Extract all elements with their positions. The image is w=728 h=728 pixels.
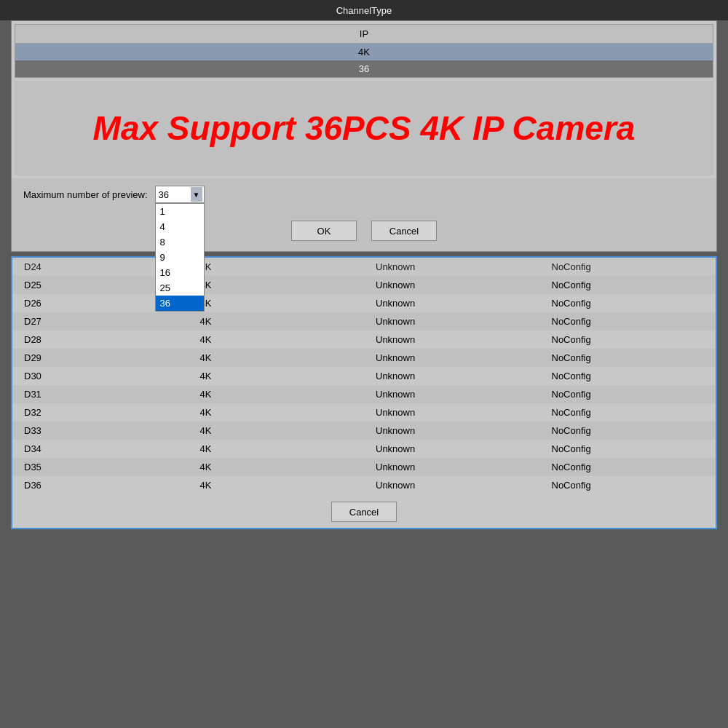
bottom-table: D24 4K Unknown NoConfig D25 4K Unknown N… — [12, 258, 716, 494]
dropdown-option-9[interactable]: 9 — [156, 250, 204, 265]
cell-config: NoConfig — [540, 423, 716, 438]
cell-config: NoConfig — [540, 368, 716, 384]
cell-type: 4K — [189, 296, 365, 311]
dropdown-option-1[interactable]: 1 — [156, 204, 204, 219]
dropdown-option-36[interactable]: 36 — [156, 296, 204, 311]
cell-config: NoConfig — [540, 387, 716, 402]
table-row[interactable]: D32 4K Unknown NoConfig — [12, 403, 716, 422]
cell-type: 4K — [189, 441, 365, 456]
dropdown-arrow-icon[interactable]: ▼ — [191, 187, 202, 202]
cell-type: 4K — [189, 368, 365, 384]
cell-status: Unknown — [364, 277, 540, 293]
table-row[interactable]: D36 4K Unknown NoConfig — [12, 476, 716, 494]
cell-type: 4K — [189, 405, 365, 420]
table-row[interactable]: D34 4K Unknown NoConfig — [12, 440, 716, 458]
cell-type: 4K — [189, 423, 365, 438]
table-row[interactable]: D27 4K Unknown NoConfig — [12, 312, 716, 331]
cell-channel: D30 — [12, 368, 189, 384]
table-header-row: IP — [15, 25, 713, 44]
cell-channel: D36 — [12, 478, 189, 493]
bottom-cancel-button[interactable]: Cancel — [331, 502, 397, 522]
table-row[interactable]: D29 4K Unknown NoConfig — [12, 349, 716, 367]
preview-label: Maximum number of preview: — [23, 189, 148, 200]
cell-config: NoConfig — [540, 332, 716, 347]
cell-config: NoConfig — [540, 314, 716, 329]
cell-status: Unknown — [364, 387, 540, 402]
table-row[interactable]: D28 4K Unknown NoConfig — [12, 331, 716, 349]
bottom-section: D24 4K Unknown NoConfig D25 4K Unknown N… — [11, 256, 717, 529]
cell-config: NoConfig — [540, 441, 716, 456]
dropdown-option-8[interactable]: 8 — [156, 234, 204, 250]
cell-channel: D29 — [12, 350, 189, 365]
cell-config: NoConfig — [540, 296, 716, 311]
cell-config: NoConfig — [540, 478, 716, 493]
cell-type: 4K — [189, 314, 365, 329]
table-row[interactable]: D31 4K Unknown NoConfig — [12, 385, 716, 403]
cell-type: 4K — [189, 277, 365, 293]
cell-status: Unknown — [364, 332, 540, 347]
col-ip: IP — [15, 25, 713, 43]
table-row[interactable]: D26 4K Unknown NoConfig — [12, 294, 716, 312]
dropdown-option-4[interactable]: 4 — [156, 219, 204, 234]
cell-type: 4K — [189, 387, 365, 402]
cell-36: 36 — [15, 60, 713, 77]
cell-type: 4K — [189, 478, 365, 493]
table-row[interactable]: D24 4K Unknown NoConfig — [12, 258, 716, 276]
ok-button[interactable]: OK — [291, 221, 357, 241]
cell-status: Unknown — [364, 423, 540, 438]
cell-channel: D35 — [12, 459, 189, 475]
cell-status: Unknown — [364, 459, 540, 475]
preview-dropdown-list[interactable]: 1 4 8 9 16 25 36 — [155, 203, 205, 312]
cell-channel: D33 — [12, 423, 189, 438]
cell-config: NoConfig — [540, 259, 716, 274]
cell-4k: 4K — [15, 44, 713, 60]
cell-config: NoConfig — [540, 277, 716, 293]
cell-channel: D31 — [12, 387, 189, 402]
promo-text: Max Support 36PCS 4K IP Camera — [93, 110, 636, 147]
promo-area: Max Support 36PCS 4K IP Camera — [15, 81, 713, 175]
cell-config: NoConfig — [540, 459, 716, 475]
cell-type: 4K — [189, 459, 365, 475]
cell-type: 4K — [189, 350, 365, 365]
preview-selected-value: 36 — [159, 189, 169, 200]
cancel-button[interactable]: Cancel — [371, 221, 437, 241]
cell-status: Unknown — [364, 478, 540, 493]
cell-status: Unknown — [364, 259, 540, 274]
cell-config: NoConfig — [540, 350, 716, 365]
table-row[interactable]: D30 4K Unknown NoConfig — [12, 367, 716, 385]
table-row-36[interactable]: 36 — [15, 60, 713, 77]
cell-status: Unknown — [364, 368, 540, 384]
cell-status: Unknown — [364, 405, 540, 420]
cell-type: 4K — [189, 259, 365, 274]
cell-channel: D32 — [12, 405, 189, 420]
cell-type: 4K — [189, 332, 365, 347]
bottom-cancel-wrapper: Cancel — [12, 494, 716, 528]
table-row[interactable]: D35 4K Unknown NoConfig — [12, 458, 716, 476]
table-row-4k[interactable]: 4K — [15, 44, 713, 60]
table-row[interactable]: D33 4K Unknown NoConfig — [12, 422, 716, 440]
channel-dialog: IP 4K 36 Max Support 36PCS 4K IP Camera … — [11, 20, 717, 252]
cell-status: Unknown — [364, 296, 540, 311]
cell-channel: D28 — [12, 332, 189, 347]
cell-channel: D27 — [12, 314, 189, 329]
dropdown-option-25[interactable]: 25 — [156, 280, 204, 296]
title-label: ChannelType — [336, 5, 392, 16]
dialog-buttons: OK Cancel — [12, 210, 716, 251]
preview-select-wrapper[interactable]: 36 ▼ 1 4 8 9 16 25 36 — [155, 186, 205, 203]
cell-status: Unknown — [364, 441, 540, 456]
cell-channel: D34 — [12, 441, 189, 456]
preview-section: Maximum number of preview: 36 ▼ 1 4 8 9 … — [12, 178, 716, 210]
title-bar: ChannelType — [0, 0, 728, 20]
cell-status: Unknown — [364, 350, 540, 365]
channel-table-container: IP 4K 36 — [15, 24, 713, 78]
cell-status: Unknown — [364, 314, 540, 329]
cell-config: NoConfig — [540, 405, 716, 420]
dropdown-option-16[interactable]: 16 — [156, 265, 204, 280]
preview-select-display[interactable]: 36 ▼ — [155, 186, 205, 203]
table-row[interactable]: D25 4K Unknown NoConfig — [12, 276, 716, 294]
